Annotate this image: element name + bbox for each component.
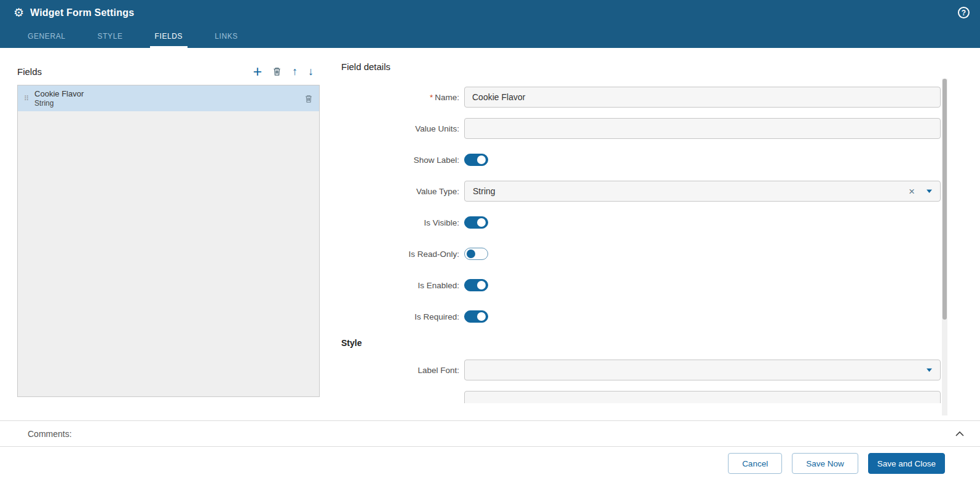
is-visible-control — [464, 216, 941, 229]
scrollbar-thumb[interactable] — [942, 79, 947, 320]
name-input[interactable] — [464, 87, 941, 108]
is-enabled-label: Is Enabled: — [341, 281, 464, 290]
field-details-rows: *Name: Value Units: Show Label: Val — [341, 87, 941, 403]
is-enabled-control — [464, 279, 941, 291]
move-field-down-button[interactable]: ↓ — [308, 66, 314, 77]
delete-item-button[interactable] — [304, 94, 313, 103]
name-label: *Name: — [341, 93, 464, 102]
label-font-control — [464, 360, 941, 380]
list-item[interactable]: ⠿ Cookie Flavor String — [18, 85, 319, 111]
chevron-down-icon[interactable] — [927, 368, 932, 372]
name-row: *Name: — [341, 87, 941, 108]
label-font-select[interactable] — [464, 360, 941, 380]
field-item-text: Cookie Flavor String — [34, 89, 84, 108]
field-details-panel: Field details *Name: Value Units: Show L… — [341, 61, 941, 403]
value-type-control: String × — [464, 181, 941, 202]
clipped-row-control — [464, 391, 941, 403]
cancel-button[interactable]: Cancel — [728, 453, 782, 474]
footer: Cancel Save Now Save and Close — [0, 447, 980, 488]
toggle-knob — [477, 218, 486, 227]
clipped-input[interactable] — [464, 391, 941, 403]
chevron-up-icon[interactable] — [955, 431, 964, 436]
value-units-row: Value Units: — [341, 118, 941, 139]
label-font-row: Label Font: — [341, 360, 941, 380]
tab-bar: GENERAL STYLE FIELDS LINKS — [23, 32, 243, 48]
tab-style[interactable]: STYLE — [93, 32, 128, 48]
toggle-knob — [477, 281, 486, 289]
label-font-label: Label Font: — [341, 366, 464, 375]
trash-icon — [304, 94, 313, 103]
is-required-control — [464, 310, 941, 323]
is-read-only-toggle[interactable] — [464, 248, 488, 260]
is-enabled-toggle[interactable] — [464, 279, 488, 291]
show-label-control — [464, 154, 941, 166]
save-and-close-button[interactable]: Save and Close — [868, 453, 945, 474]
field-details-title: Field details — [341, 61, 941, 72]
value-type-label: Value Type: — [341, 187, 464, 196]
value-units-input[interactable] — [464, 118, 941, 139]
trash-icon — [272, 66, 282, 76]
is-enabled-row: Is Enabled: — [341, 275, 941, 296]
save-now-button[interactable]: Save Now — [792, 453, 858, 474]
is-required-label: Is Required: — [341, 312, 464, 321]
toggle-knob — [477, 312, 486, 321]
tab-general[interactable]: GENERAL — [23, 32, 71, 48]
is-read-only-label: Is Read-Only: — [341, 250, 464, 259]
tab-links[interactable]: LINKS — [210, 32, 243, 48]
is-read-only-control — [464, 248, 941, 260]
toggle-knob — [467, 250, 475, 258]
value-type-select[interactable]: String × — [464, 181, 941, 202]
is-read-only-row: Is Read-Only: — [341, 243, 941, 264]
tab-fields[interactable]: FIELDS — [150, 32, 188, 48]
is-visible-toggle[interactable] — [464, 216, 488, 229]
chevron-down-icon[interactable] — [927, 189, 932, 193]
move-field-up-button[interactable]: ↑ — [292, 66, 298, 77]
show-label-label: Show Label: — [341, 155, 464, 165]
clear-icon[interactable]: × — [909, 186, 915, 197]
comments-label: Comments: — [28, 429, 72, 439]
drag-handle-icon[interactable]: ⠿ — [24, 95, 29, 103]
fields-panel: Fields + ↑ ↓ ⠿ — [17, 61, 320, 397]
toggle-knob — [477, 155, 486, 164]
header: ⚙ Widget Form Settings ? GENERAL STYLE F… — [0, 0, 980, 48]
title-row: ⚙ Widget Form Settings — [0, 0, 980, 18]
fields-list: ⠿ Cookie Flavor String — [17, 85, 320, 397]
scrollbar[interactable] — [942, 79, 947, 415]
gear-icon: ⚙ — [14, 7, 24, 18]
help-icon[interactable]: ? — [958, 7, 970, 18]
value-type-value: String — [473, 186, 909, 196]
delete-field-button[interactable] — [272, 66, 282, 76]
is-required-toggle[interactable] — [464, 310, 488, 323]
is-visible-label: Is Visible: — [341, 218, 464, 227]
add-field-button[interactable]: + — [253, 64, 262, 79]
value-units-control — [464, 118, 941, 139]
field-item-name: Cookie Flavor — [34, 89, 84, 98]
comments-section[interactable]: Comments: — [0, 420, 980, 447]
field-item-type: String — [34, 99, 84, 108]
style-section-heading: Style — [341, 338, 941, 348]
dialog-title: Widget Form Settings — [30, 7, 134, 18]
required-asterisk: * — [430, 93, 433, 102]
fields-panel-title: Fields — [17, 66, 42, 77]
show-label-row: Show Label: — [341, 149, 941, 170]
name-label-text: Name: — [435, 93, 459, 102]
clipped-row — [341, 391, 941, 403]
value-type-row: Value Type: String × — [341, 181, 941, 202]
fields-panel-header: Fields + ↑ ↓ — [17, 61, 320, 81]
name-control — [464, 87, 941, 108]
value-units-label: Value Units: — [341, 124, 464, 133]
fields-toolbar: + ↑ ↓ — [253, 64, 320, 79]
is-required-row: Is Required: — [341, 306, 941, 327]
show-label-toggle[interactable] — [464, 154, 488, 166]
widget-form-settings-dialog: ⚙ Widget Form Settings ? GENERAL STYLE F… — [0, 0, 980, 488]
is-visible-row: Is Visible: — [341, 212, 941, 233]
